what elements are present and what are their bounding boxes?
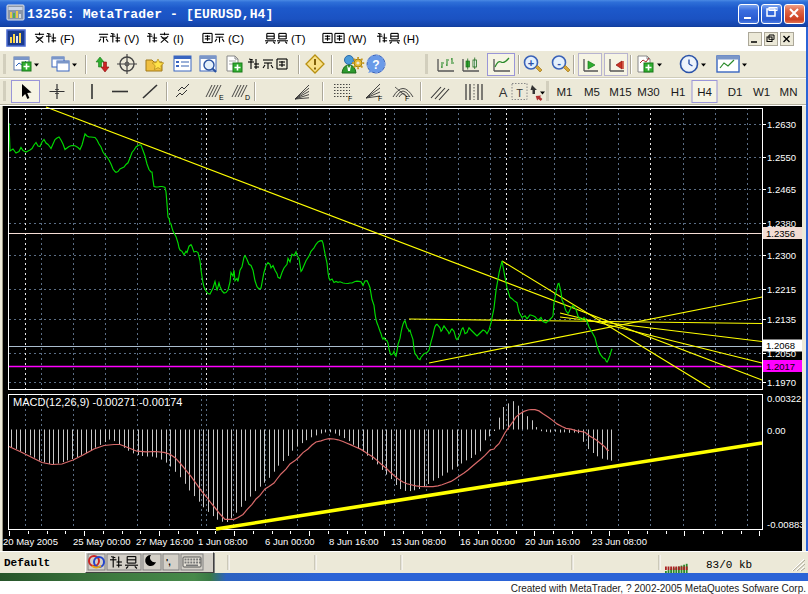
svg-text:27 May 16:00: 27 May 16:00 xyxy=(136,536,194,547)
svg-text:-0.00883: -0.00883 xyxy=(767,519,805,530)
svg-text:Default: Default xyxy=(4,557,50,569)
svg-text:',: ', xyxy=(166,557,171,567)
svg-text:16 Jun 00:00: 16 Jun 00:00 xyxy=(460,536,515,547)
svg-text:0.00322: 0.00322 xyxy=(767,393,801,404)
svg-text:1.2215: 1.2215 xyxy=(767,284,796,295)
svg-text:1.2630: 1.2630 xyxy=(767,119,796,130)
svg-text:6 Jun 00:00: 6 Jun 00:00 xyxy=(265,536,315,547)
svg-text:1.2356: 1.2356 xyxy=(766,228,795,239)
svg-text:13 Jun 08:00: 13 Jun 08:00 xyxy=(391,536,446,547)
svg-text:8 Jun 16:00: 8 Jun 16:00 xyxy=(329,536,379,547)
svg-text:1.2550: 1.2550 xyxy=(767,152,796,163)
svg-text:1.2465: 1.2465 xyxy=(767,184,796,195)
svg-text:MACD(12,26,9) -0.00271 -0.0017: MACD(12,26,9) -0.00271 -0.00174 xyxy=(13,396,182,408)
svg-text:23 Jun 08:00: 23 Jun 08:00 xyxy=(592,536,647,547)
svg-text:1 Jun 08:00: 1 Jun 08:00 xyxy=(198,536,248,547)
svg-text:1.2135: 1.2135 xyxy=(767,314,796,325)
svg-text:1.2017: 1.2017 xyxy=(766,361,795,372)
svg-text:1.2068: 1.2068 xyxy=(766,340,795,351)
svg-text:25 May 00:00: 25 May 00:00 xyxy=(73,536,131,547)
svg-text:83/0 kb: 83/0 kb xyxy=(706,559,752,571)
svg-text:1.2300: 1.2300 xyxy=(767,250,796,261)
svg-text:20 Jun 16:00: 20 Jun 16:00 xyxy=(525,536,580,547)
svg-text:0.00: 0.00 xyxy=(767,425,786,436)
svg-text:1.1970: 1.1970 xyxy=(767,377,796,388)
svg-text:20 May 2005: 20 May 2005 xyxy=(3,536,58,547)
